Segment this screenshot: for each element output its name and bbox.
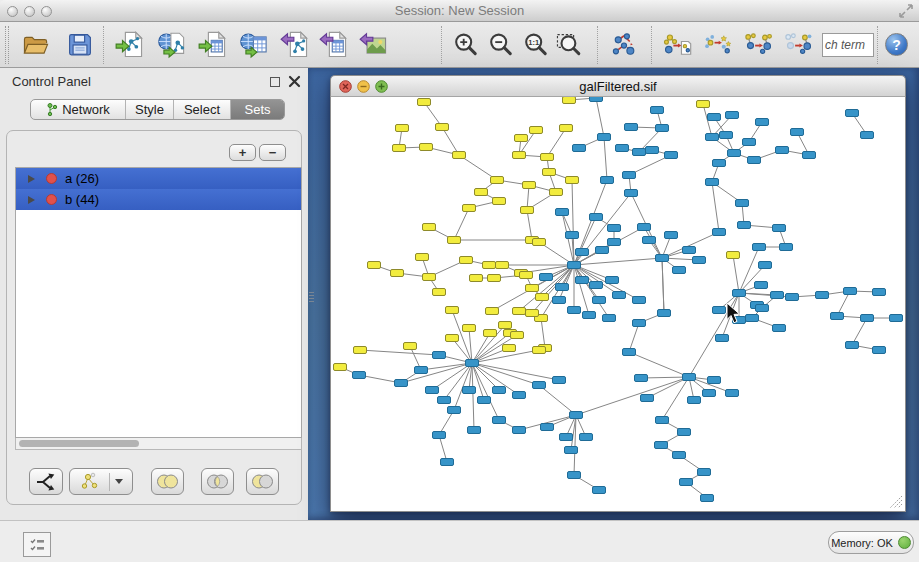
graph-node[interactable] xyxy=(638,224,651,231)
graph-node[interactable] xyxy=(499,322,512,329)
graph-node[interactable] xyxy=(791,129,804,136)
close-panel-button[interactable] xyxy=(288,75,301,88)
graph-node[interactable] xyxy=(593,487,606,494)
zoom-out-button[interactable] xyxy=(483,28,519,62)
set-difference-button[interactable] xyxy=(246,468,279,495)
graph-node[interactable] xyxy=(873,289,886,296)
graph-node[interactable] xyxy=(565,447,578,454)
graph-node[interactable] xyxy=(720,132,733,139)
graph-node[interactable] xyxy=(353,372,366,379)
graph-node[interactable] xyxy=(533,382,546,389)
graph-node[interactable] xyxy=(576,249,589,256)
toolbar-drag-handle[interactable] xyxy=(5,26,9,64)
network-window-titlebar[interactable]: galFiltered.sif xyxy=(330,75,906,97)
graph-edge[interactable] xyxy=(547,128,566,157)
graph-node[interactable] xyxy=(418,99,431,106)
graph-node[interactable] xyxy=(643,237,656,244)
graph-node[interactable] xyxy=(391,270,404,277)
graph-node[interactable] xyxy=(433,289,446,296)
graph-node[interactable] xyxy=(496,262,509,269)
graph-node[interactable] xyxy=(566,232,579,239)
graph-node[interactable] xyxy=(526,285,539,292)
task-history-button[interactable] xyxy=(23,532,51,557)
select-from-selected-button[interactable] xyxy=(700,28,736,62)
import-table-web-button[interactable] xyxy=(236,28,272,62)
graph-node[interactable] xyxy=(493,387,506,394)
graph-node[interactable] xyxy=(448,237,461,244)
graph-node[interactable] xyxy=(560,434,573,441)
graph-edge[interactable] xyxy=(852,318,867,345)
graph-node[interactable] xyxy=(568,472,581,479)
graph-node[interactable] xyxy=(665,152,678,159)
graph-node[interactable] xyxy=(446,335,459,342)
graph-edge[interactable] xyxy=(739,293,792,297)
graph-node[interactable] xyxy=(683,374,696,381)
graph-edge[interactable] xyxy=(712,182,719,232)
add-set-button[interactable]: + xyxy=(229,144,256,161)
graph-edge[interactable] xyxy=(733,255,739,293)
set-union-button[interactable] xyxy=(151,468,184,495)
graph-node[interactable] xyxy=(608,225,621,232)
split-set-button[interactable] xyxy=(29,468,63,495)
scrollbar-thumb[interactable] xyxy=(19,440,139,447)
graph-node[interactable] xyxy=(701,495,714,502)
graph-node[interactable] xyxy=(563,97,576,104)
graph-node[interactable] xyxy=(773,325,786,332)
graph-edge[interactable] xyxy=(662,258,664,313)
graph-node[interactable] xyxy=(683,247,696,254)
graph-node[interactable] xyxy=(844,288,857,295)
graph-node[interactable] xyxy=(395,380,408,387)
graph-node[interactable] xyxy=(861,315,874,322)
graph-node[interactable] xyxy=(396,125,409,132)
tab-network[interactable]: Network xyxy=(31,100,126,119)
graph-node[interactable] xyxy=(713,307,726,314)
network-canvas[interactable] xyxy=(331,97,905,510)
graph-node[interactable] xyxy=(803,152,816,159)
graph-edge[interactable] xyxy=(442,127,459,155)
import-network-web-button[interactable] xyxy=(154,28,190,62)
graph-node[interactable] xyxy=(756,119,769,126)
expander-icon[interactable] xyxy=(28,196,35,204)
graph-node[interactable] xyxy=(773,225,786,232)
graph-node[interactable] xyxy=(468,427,481,434)
graph-edge[interactable] xyxy=(574,258,662,265)
select-neighbors-button[interactable] xyxy=(780,28,816,62)
graph-node[interactable] xyxy=(556,284,569,291)
graph-node[interactable] xyxy=(463,325,476,332)
graph-node[interactable] xyxy=(463,387,476,394)
graph-node[interactable] xyxy=(646,147,659,154)
graph-edge[interactable] xyxy=(444,363,472,400)
graph-node[interactable] xyxy=(736,200,749,207)
tab-select[interactable]: Select xyxy=(174,100,231,119)
graph-node[interactable] xyxy=(697,101,710,108)
graph-node[interactable] xyxy=(460,257,473,264)
graph-node[interactable] xyxy=(466,360,479,367)
panel-splitter-handle[interactable] xyxy=(309,292,314,302)
graph-node[interactable] xyxy=(693,257,706,264)
list-item-set-b[interactable]: b (44) xyxy=(16,189,301,210)
graph-node[interactable] xyxy=(603,315,616,322)
graph-node[interactable] xyxy=(713,229,726,236)
graph-edge[interactable] xyxy=(421,363,472,370)
graph-node[interactable] xyxy=(733,290,746,297)
graph-node[interactable] xyxy=(448,407,461,414)
graph-node[interactable] xyxy=(608,239,621,246)
graph-node[interactable] xyxy=(846,110,859,117)
graph-node[interactable] xyxy=(590,97,603,102)
zoom-actual-size-button[interactable]: 1:1 xyxy=(518,28,554,62)
graph-node[interactable] xyxy=(728,150,741,157)
graph-node[interactable] xyxy=(727,252,740,259)
graph-node[interactable] xyxy=(706,179,719,186)
graph-node[interactable] xyxy=(415,367,428,374)
remove-set-button[interactable]: − xyxy=(259,144,286,161)
graph-node[interactable] xyxy=(515,135,528,142)
export-network-button[interactable] xyxy=(277,28,313,62)
graph-node[interactable] xyxy=(743,139,756,146)
graph-node[interactable] xyxy=(416,254,429,261)
graph-node[interactable] xyxy=(436,124,449,131)
graph-node[interactable] xyxy=(623,349,636,356)
graph-node[interactable] xyxy=(688,397,701,404)
graph-node[interactable] xyxy=(541,154,554,161)
graph-node[interactable] xyxy=(513,427,526,434)
graph-edge[interactable] xyxy=(629,323,639,352)
